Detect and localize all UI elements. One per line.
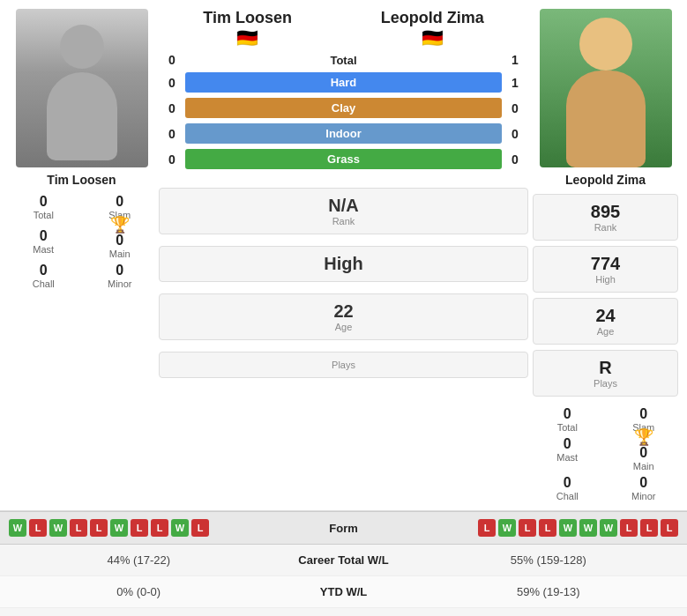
right-player-area: Leopold Zima 895 Rank 774 High 24 Age R …: [528, 9, 683, 501]
form-badge-right: W: [498, 519, 516, 537]
form-section: WLWLLWLLWL Form LWLLWWWLLL: [0, 511, 687, 545]
players-section: Tim Loosen 0 Total 0 Slam 0 Mast 🏆: [0, 0, 687, 511]
right-age-value: 24: [547, 306, 664, 326]
right-high-label: High: [547, 274, 664, 285]
right-total-value: 0: [564, 406, 571, 422]
left-total-label: Total: [34, 210, 54, 220]
right-chall-value: 0: [564, 475, 571, 491]
left-player-name: Tim Loosen: [47, 173, 116, 187]
stats-left-1: 0% (0-0): [13, 585, 265, 598]
left-plays-box: Plays: [159, 352, 528, 378]
clay-score-left: 0: [159, 101, 185, 115]
left-player-area: Tim Loosen 0 Total 0 Slam 0 Mast 🏆: [4, 9, 159, 501]
trophy-icon-right: 🏆: [634, 428, 653, 446]
left-chall-value: 0: [40, 263, 48, 278]
left-age-value: 22: [167, 301, 520, 322]
right-rank-label: Rank: [547, 222, 664, 233]
left-main-label: Main: [109, 249, 131, 259]
left-high-value: High: [167, 254, 520, 274]
left-rank-label: Rank: [167, 216, 520, 226]
hard-surface-btn[interactable]: Hard: [185, 72, 502, 93]
stats-label-0: Career Total W/L: [265, 553, 423, 567]
left-name-top: Tim Loosen: [203, 9, 292, 27]
left-mast-value: 0: [40, 228, 48, 244]
form-badge-left: W: [9, 519, 26, 537]
stats-right-1: 59% (19-13): [423, 585, 675, 598]
right-minor-label: Minor: [631, 491, 656, 501]
right-rank-value: 895: [547, 202, 664, 222]
form-badges-left: WLWLLWLLWL: [9, 519, 300, 537]
right-age-label: Age: [547, 326, 664, 337]
middle-col: Tim Loosen 🇩🇪 Leopold Zima 🇩🇪 0 Total 1 …: [159, 9, 528, 501]
clay-score-right: 0: [502, 101, 528, 115]
clay-surface-btn[interactable]: Clay: [185, 98, 502, 118]
form-badge-right: L: [661, 519, 678, 537]
total-score-label: Total: [185, 54, 502, 67]
trophy-icon-left: 🏆: [110, 216, 130, 234]
hard-score-row: 0 Hard 1: [159, 72, 528, 93]
form-badges-right: LWLLWWWLLL: [388, 519, 679, 537]
left-chall-label: Chall: [33, 278, 55, 289]
left-minor-label: Minor: [108, 278, 132, 289]
right-chall-label: Chall: [556, 491, 579, 501]
right-mast-stat: 0 Mast: [533, 436, 602, 471]
form-label: Form: [300, 522, 388, 535]
form-badge-left: L: [90, 519, 108, 537]
right-minor-value: 0: [639, 475, 647, 491]
form-badge-left: W: [49, 519, 67, 537]
total-score-left: 0: [159, 53, 185, 67]
left-mast-stat: 0 Mast: [9, 224, 78, 259]
right-total-label: Total: [557, 422, 578, 433]
left-age-box: 22 Age: [159, 293, 528, 340]
stats-label-1: YTD W/L: [265, 585, 423, 598]
right-main-label: Main: [633, 461, 654, 471]
right-chall-stat: 0 Chall: [533, 475, 602, 501]
form-badge-left: L: [131, 519, 148, 537]
left-total-value: 0: [40, 194, 48, 210]
grass-score-right: 0: [502, 152, 528, 167]
right-slam-value: 0: [639, 406, 647, 422]
stats-row: 44% (17-22)Career Total W/L55% (159-128): [0, 545, 687, 576]
stats-row: $0Career Prize Money$0: [0, 608, 687, 616]
form-badge-right: L: [640, 519, 658, 537]
clay-score-row: 0 Clay 0: [159, 98, 528, 118]
right-player-photo: [540, 9, 672, 167]
left-mast-label: Mast: [33, 244, 54, 255]
hard-score-right: 1: [502, 76, 528, 90]
left-flag: 🇩🇪: [236, 27, 258, 48]
stats-row: 0% (0-0)YTD W/L59% (19-13): [0, 576, 687, 608]
form-badge-left: L: [151, 519, 168, 537]
left-minor-stat: 0 Minor: [86, 263, 155, 289]
left-plays-value: Plays: [167, 360, 520, 370]
right-total-stat: 0 Total: [533, 406, 602, 433]
indoor-score-left: 0: [159, 127, 185, 141]
form-badge-left: L: [191, 519, 209, 537]
total-score-right: 1: [502, 53, 528, 67]
right-plays-box: R Plays: [533, 350, 678, 397]
indoor-score-row: 0 Indoor 0: [159, 123, 528, 144]
right-plays-value: R: [547, 358, 664, 378]
right-mast-label: Mast: [556, 452, 578, 463]
hard-score-left: 0: [159, 76, 185, 90]
left-age-label: Age: [167, 322, 520, 332]
left-rank-box: N/A Rank: [159, 188, 528, 234]
stats-table: 44% (17-22)Career Total W/L55% (159-128)…: [0, 545, 687, 616]
left-slam-value: 0: [116, 194, 123, 210]
left-rank-value: N/A: [167, 196, 520, 216]
indoor-score-right: 0: [502, 127, 528, 141]
form-badge-right: W: [559, 519, 577, 537]
stats-left-0: 44% (17-22): [13, 553, 265, 567]
left-high-box: High: [159, 246, 528, 282]
grass-score-left: 0: [159, 152, 185, 167]
right-rank-box: 895 Rank: [533, 194, 678, 241]
grass-surface-btn[interactable]: Grass: [185, 149, 502, 169]
form-badge-left: L: [70, 519, 87, 537]
right-age-box: 24 Age: [533, 298, 678, 345]
main-container: Tim Loosen 0 Total 0 Slam 0 Mast 🏆: [0, 0, 687, 616]
form-badge-right: L: [519, 519, 536, 537]
indoor-surface-btn[interactable]: Indoor: [185, 123, 502, 144]
right-high-box: 774 High: [533, 246, 678, 293]
form-badge-left: W: [171, 519, 189, 537]
right-high-value: 774: [547, 254, 664, 274]
form-badge-right: L: [478, 519, 496, 537]
